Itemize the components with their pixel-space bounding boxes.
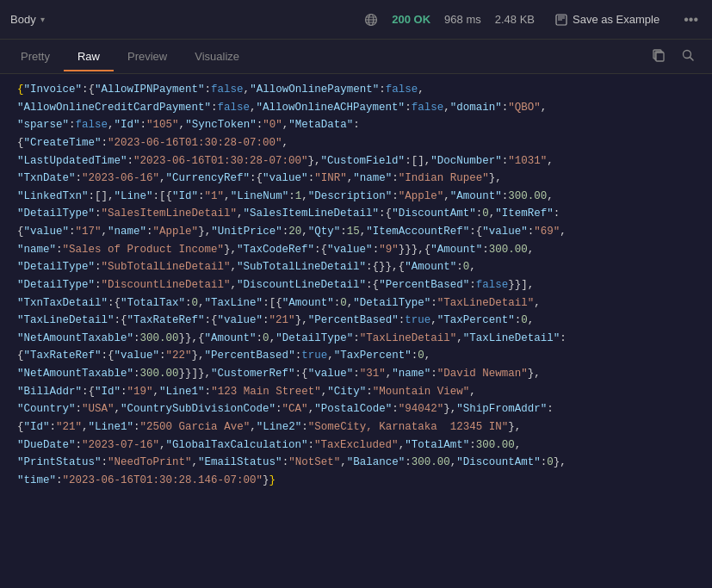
body-selector[interactable]: Body ▾: [10, 13, 45, 26]
search-button[interactable]: [678, 45, 698, 69]
tab-raw[interactable]: Raw: [64, 43, 114, 71]
tab-visualize[interactable]: Visualize: [181, 43, 253, 71]
status-code: 200 OK: [392, 13, 430, 26]
body-label: Body: [10, 13, 36, 26]
save-example-button[interactable]: Save as Example: [548, 9, 666, 29]
more-options-icon[interactable]: •••: [680, 12, 702, 28]
tab-pretty[interactable]: Pretty: [7, 43, 64, 71]
globe-icon: [364, 13, 378, 27]
json-raw-text: {"Invoice":{"AllowIPNPayment":false,"All…: [17, 81, 702, 489]
tab-preview[interactable]: Preview: [114, 43, 181, 71]
chevron-down-icon: ▾: [40, 15, 45, 24]
response-time: 968 ms: [444, 13, 481, 26]
svg-line-13: [690, 57, 694, 60]
tab-icon-group: [648, 45, 705, 69]
tab-bar: Pretty Raw Preview Visualize: [0, 40, 712, 74]
json-content-area[interactable]: {"Invoice":{"AllowIPNPayment":false,"All…: [0, 74, 712, 588]
status-group: 200 OK 968 ms 2.48 KB Save as Example ••…: [364, 9, 702, 29]
svg-rect-11: [656, 53, 664, 61]
save-example-label: Save as Example: [573, 13, 659, 26]
top-bar: Body ▾ 200 OK 968 ms 2.48 KB Save as Exa…: [0, 0, 712, 40]
response-size: 2.48 KB: [495, 13, 535, 26]
copy-button[interactable]: [648, 45, 669, 69]
